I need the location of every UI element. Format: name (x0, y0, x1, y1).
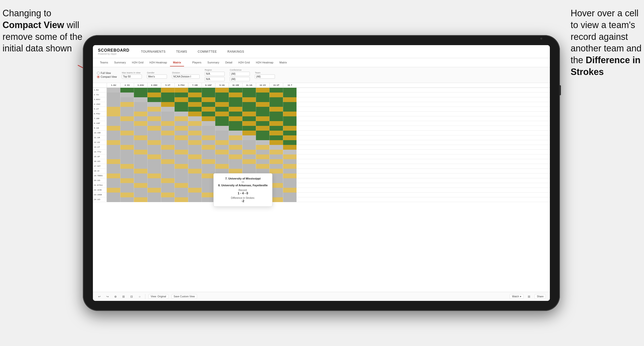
matrix-cell[interactable] (174, 102, 188, 107)
matrix-cell[interactable] (120, 159, 134, 164)
matrix-cell[interactable] (120, 97, 134, 102)
matrix-cell[interactable] (202, 183, 215, 188)
matrix-cell[interactable] (202, 169, 215, 174)
region-select2[interactable]: N/A (205, 77, 225, 81)
matrix-cell[interactable] (229, 93, 242, 97)
matrix-cell[interactable] (188, 102, 202, 107)
matrix-cell[interactable] (107, 140, 120, 145)
matrix-cell[interactable] (269, 131, 283, 135)
matrix-cell[interactable] (107, 93, 120, 97)
matrix-cell[interactable] (283, 169, 297, 174)
matrix-cell[interactable] (242, 150, 256, 154)
matrix-cell[interactable] (120, 154, 134, 159)
matrix-cell[interactable] (174, 88, 188, 93)
matrix-cell[interactable] (107, 169, 120, 174)
matrix-cell[interactable] (269, 150, 283, 154)
matrix-cell[interactable] (269, 102, 283, 107)
view-original-button[interactable]: View: Original (148, 294, 168, 299)
matrix-cell[interactable] (107, 183, 120, 188)
matrix-cell[interactable] (134, 188, 147, 193)
matrix-cell[interactable] (215, 116, 229, 121)
matrix-cell[interactable] (188, 116, 202, 121)
matrix-cell[interactable] (202, 102, 215, 107)
matrix-cell[interactable] (174, 150, 188, 154)
matrix-cell[interactable] (120, 112, 134, 116)
matrix-cell[interactable] (283, 178, 297, 183)
nav-rankings[interactable]: RANKINGS (226, 49, 246, 54)
matrix-cell[interactable] (215, 97, 229, 102)
tab-players-h2h-heatmap[interactable]: H2H Heatmap (253, 59, 276, 66)
matrix-cell[interactable] (120, 131, 134, 135)
matrix-cell[interactable] (256, 140, 269, 145)
nav-tournaments[interactable]: TOURNAMENTS (140, 49, 167, 54)
matrix-cell[interactable] (202, 107, 215, 112)
matrix-cell[interactable] (174, 159, 188, 164)
matrix-cell[interactable] (147, 159, 161, 164)
matrix-cell[interactable] (215, 102, 229, 107)
matrix-cell[interactable] (269, 112, 283, 116)
matrix-cell[interactable] (174, 121, 188, 126)
matrix-cell[interactable] (242, 102, 256, 107)
matrix-cell[interactable] (174, 164, 188, 169)
matrix-cell[interactable] (120, 121, 134, 126)
matrix-cell[interactable] (120, 145, 134, 150)
conference-select[interactable]: (All) (230, 72, 250, 76)
matrix-cell[interactable] (147, 135, 161, 140)
matrix-cell[interactable] (229, 121, 242, 126)
matrix-cell[interactable] (107, 131, 120, 135)
matrix-cell[interactable] (242, 112, 256, 116)
matrix-cell[interactable] (215, 164, 229, 169)
matrix-cell[interactable] (161, 183, 174, 188)
matrix-cell[interactable] (161, 193, 174, 197)
matrix-cell[interactable] (283, 164, 297, 169)
matrix-cell[interactable] (161, 116, 174, 121)
matrix-cell[interactable] (269, 121, 283, 126)
matrix-cell[interactable] (161, 145, 174, 150)
matrix-cell[interactable] (147, 126, 161, 131)
matrix-cell[interactable] (215, 112, 229, 116)
matrix-cell[interactable] (283, 116, 297, 121)
matrix-cell[interactable] (147, 88, 161, 93)
full-view-radio[interactable] (97, 72, 100, 74)
matrix-cell[interactable] (147, 174, 161, 178)
matrix-cell[interactable] (229, 97, 242, 102)
grid-icon[interactable]: ⊞ (526, 294, 532, 299)
matrix-cell[interactable] (174, 112, 188, 116)
matrix-cell[interactable] (147, 154, 161, 159)
matrix-cell[interactable] (283, 88, 297, 93)
conference-select2[interactable]: (All) (230, 77, 250, 81)
matrix-cell[interactable] (107, 164, 120, 169)
matrix-cell[interactable] (229, 159, 242, 164)
matrix-cell[interactable] (161, 188, 174, 193)
matrix-cell[interactable] (174, 116, 188, 121)
full-view-option[interactable]: Full View (97, 72, 117, 74)
matrix-cell[interactable] (283, 174, 297, 178)
matrix-cell[interactable] (242, 135, 256, 140)
matrix-cell[interactable] (107, 102, 120, 107)
matrix-cell[interactable] (147, 102, 161, 107)
matrix-cell[interactable] (188, 88, 202, 93)
matrix-cell[interactable] (147, 97, 161, 102)
matrix-cell[interactable] (161, 154, 174, 159)
matrix-cell[interactable] (269, 97, 283, 102)
matrix-cell[interactable] (242, 107, 256, 112)
matrix-cell[interactable] (174, 145, 188, 150)
matrix-cell[interactable] (107, 135, 120, 140)
matrix-cell[interactable] (269, 116, 283, 121)
matrix-cell[interactable] (283, 126, 297, 131)
matrix-cell[interactable] (229, 135, 242, 140)
matrix-cell[interactable] (229, 126, 242, 131)
matrix-cell[interactable] (120, 193, 134, 197)
tool4-icon[interactable]: ○ (137, 294, 142, 299)
matrix-cell[interactable] (161, 164, 174, 169)
matrix-cell[interactable] (120, 188, 134, 193)
matrix-cell[interactable] (242, 154, 256, 159)
matrix-cell[interactable] (269, 164, 283, 169)
matrix-cell[interactable] (174, 169, 188, 174)
matrix-cell[interactable] (134, 93, 147, 97)
matrix-cell[interactable] (134, 193, 147, 197)
matrix-cell[interactable] (120, 140, 134, 145)
matrix-cell[interactable] (120, 174, 134, 178)
matrix-cell[interactable] (161, 197, 174, 202)
division-select[interactable]: NCAA Division I (172, 74, 200, 79)
